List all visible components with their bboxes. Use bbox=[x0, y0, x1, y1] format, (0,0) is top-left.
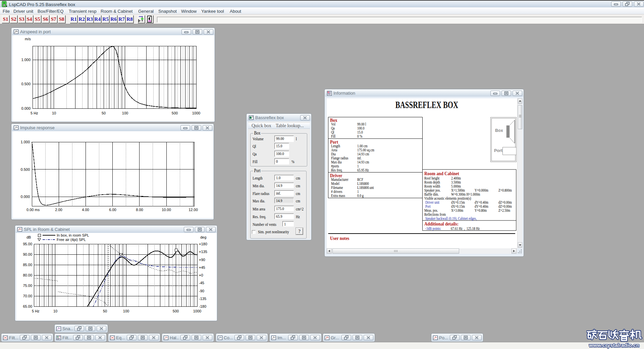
svg-text:Box: Box bbox=[495, 128, 503, 133]
svg-text:+180: +180 bbox=[199, 242, 207, 246]
svg-text:100: 100 bbox=[122, 111, 128, 115]
svg-text:-90: -90 bbox=[199, 289, 204, 293]
svg-text:1.000: 1.000 bbox=[20, 140, 30, 144]
svg-text:65.00: 65.00 bbox=[23, 304, 32, 308]
svg-text:-45: -45 bbox=[199, 281, 204, 285]
svg-text:+45: +45 bbox=[199, 265, 205, 269]
svg-text:95.00: 95.00 bbox=[23, 242, 32, 246]
svg-text:m/s: m/s bbox=[25, 37, 31, 41]
svg-text:70.00: 70.00 bbox=[23, 294, 32, 298]
svg-text:4.00: 4.00 bbox=[82, 208, 89, 212]
svg-text:50: 50 bbox=[102, 111, 106, 115]
svg-text:10: 10 bbox=[53, 309, 57, 313]
svg-text:0.500: 0.500 bbox=[20, 167, 30, 171]
svg-text:85.00: 85.00 bbox=[23, 263, 32, 267]
svg-text:-180: -180 bbox=[199, 304, 206, 308]
svg-text:6.00: 6.00 bbox=[109, 208, 116, 212]
svg-text:500: 500 bbox=[172, 111, 178, 115]
svg-text:1000: 1000 bbox=[192, 111, 200, 115]
svg-text:Free air (4pi) SPL: Free air (4pi) SPL bbox=[57, 238, 86, 242]
svg-text:75.00: 75.00 bbox=[23, 284, 32, 288]
svg-text:0.500: 0.500 bbox=[21, 82, 31, 86]
svg-text:1.000: 1.000 bbox=[21, 58, 31, 62]
svg-text:5 Hz: 5 Hz bbox=[31, 111, 38, 115]
svg-text:dB: dB bbox=[26, 235, 31, 239]
svg-text:100: 100 bbox=[123, 309, 129, 313]
svg-text:1000: 1000 bbox=[193, 309, 201, 313]
svg-text:Port: Port bbox=[494, 148, 503, 153]
svg-text:0.000: 0.000 bbox=[20, 195, 30, 199]
svg-text:-135: -135 bbox=[199, 297, 206, 301]
svg-text:10: 10 bbox=[52, 111, 56, 115]
svg-text:0.00 ms: 0.00 ms bbox=[26, 208, 40, 212]
svg-text:0.000: 0.000 bbox=[21, 106, 31, 110]
svg-text:8.00: 8.00 bbox=[136, 208, 143, 212]
svg-text:500: 500 bbox=[173, 309, 179, 313]
svg-text:+135: +135 bbox=[199, 250, 207, 254]
svg-text:90.00: 90.00 bbox=[23, 252, 32, 256]
svg-text:80.00: 80.00 bbox=[23, 273, 32, 277]
svg-text:5 Hz: 5 Hz bbox=[32, 309, 40, 313]
svg-text:+0: +0 bbox=[199, 273, 203, 277]
svg-text:In box, in room SPL: In box, in room SPL bbox=[57, 233, 89, 237]
svg-text:deg: deg bbox=[200, 235, 206, 239]
svg-text:50: 50 bbox=[103, 309, 107, 313]
svg-text:+90: +90 bbox=[199, 258, 205, 262]
svg-text:10.00: 10.00 bbox=[162, 208, 171, 212]
svg-text:2.00: 2.00 bbox=[55, 208, 62, 212]
svg-text:12.00: 12.00 bbox=[189, 208, 198, 212]
